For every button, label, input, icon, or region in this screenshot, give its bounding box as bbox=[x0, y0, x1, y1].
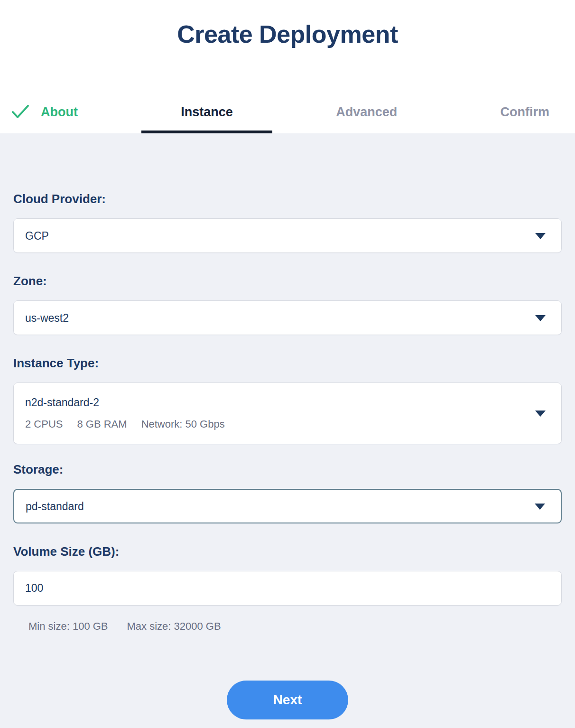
spec-network: Network: 50 Gbps bbox=[141, 418, 225, 431]
tab-about[interactable]: About bbox=[11, 104, 78, 133]
volume-size-hints: Min size: 100 GB Max size: 32000 GB bbox=[13, 620, 562, 633]
zone-group: Zone: us-west2 bbox=[13, 273, 562, 335]
tab-confirm-label: Confirm bbox=[501, 104, 550, 120]
wizard-tab-bar: About Instance Advanced Confirm bbox=[0, 104, 575, 133]
zone-select[interactable]: us-west2 bbox=[13, 300, 562, 335]
cloud-provider-select[interactable]: GCP bbox=[13, 218, 562, 253]
page-title: Create Deployment bbox=[0, 20, 575, 48]
cloud-provider-value: GCP bbox=[25, 229, 49, 243]
zone-value: us-west2 bbox=[25, 311, 69, 325]
storage-value: pd-standard bbox=[26, 500, 84, 513]
check-icon bbox=[11, 104, 29, 119]
chevron-down-icon bbox=[535, 411, 546, 417]
instance-type-select[interactable]: n2d-standard-2 2 CPUS 8 GB RAM Network: … bbox=[13, 383, 562, 444]
tab-advanced[interactable]: Advanced bbox=[336, 104, 397, 133]
tab-instance[interactable]: Instance bbox=[181, 104, 233, 133]
tab-instance-label: Instance bbox=[181, 104, 233, 120]
chevron-down-icon bbox=[535, 504, 545, 510]
tab-about-label: About bbox=[41, 104, 78, 120]
instance-type-value: n2d-standard-2 bbox=[25, 396, 99, 409]
storage-label: Storage: bbox=[13, 461, 562, 477]
cloud-provider-label: Cloud Provider: bbox=[13, 191, 562, 207]
instance-type-specs: 2 CPUS 8 GB RAM Network: 50 Gbps bbox=[25, 418, 225, 431]
instance-form: Cloud Provider: GCP Zone: us-west2 Insta… bbox=[0, 191, 575, 719]
spec-cpus: 2 CPUS bbox=[25, 418, 63, 431]
tab-confirm[interactable]: Confirm bbox=[501, 104, 550, 133]
chevron-down-icon bbox=[535, 233, 546, 239]
next-button[interactable]: Next bbox=[227, 681, 348, 719]
tab-advanced-label: Advanced bbox=[336, 104, 397, 120]
cloud-provider-group: Cloud Provider: GCP bbox=[13, 191, 562, 253]
storage-group: Storage: pd-standard bbox=[13, 461, 562, 523]
instance-type-group: Instance Type: n2d-standard-2 2 CPUS 8 G… bbox=[13, 355, 562, 444]
volume-size-input[interactable] bbox=[13, 571, 562, 606]
max-size-hint: Max size: 32000 GB bbox=[127, 620, 221, 633]
volume-size-label: Volume Size (GB): bbox=[13, 543, 562, 560]
spec-ram: 8 GB RAM bbox=[77, 418, 127, 431]
volume-size-group: Volume Size (GB): Min size: 100 GB Max s… bbox=[13, 543, 562, 633]
instance-type-label: Instance Type: bbox=[13, 355, 562, 371]
storage-select[interactable]: pd-standard bbox=[13, 489, 562, 523]
page-header: Create Deployment About Instance Advance… bbox=[0, 0, 575, 133]
min-size-hint: Min size: 100 GB bbox=[28, 620, 108, 633]
chevron-down-icon bbox=[535, 315, 546, 321]
zone-label: Zone: bbox=[13, 273, 562, 289]
